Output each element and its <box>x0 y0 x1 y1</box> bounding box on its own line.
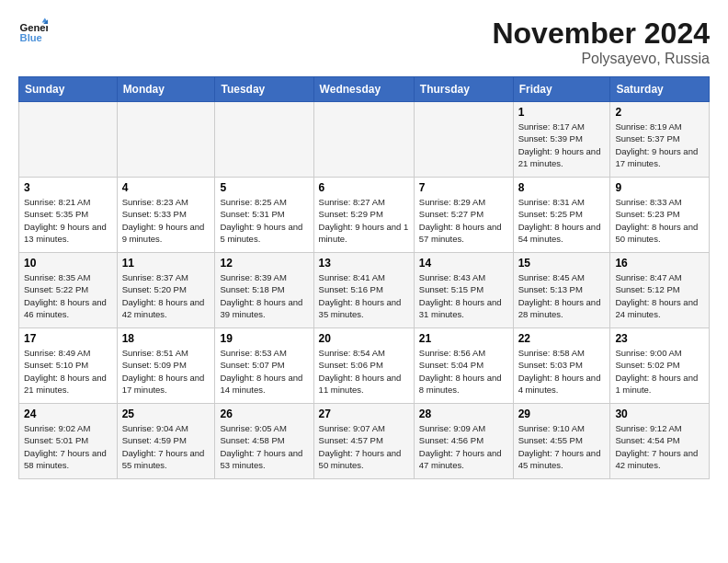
day-number: 4 <box>122 181 210 194</box>
table-row: 7Sunrise: 8:29 AM Sunset: 5:27 PM Daylig… <box>414 178 513 253</box>
day-number: 9 <box>615 181 704 194</box>
header-row: Sunday Monday Tuesday Wednesday Thursday… <box>19 77 710 102</box>
day-number: 23 <box>615 332 704 345</box>
day-number: 10 <box>24 257 112 270</box>
day-info: Sunrise: 8:49 AM Sunset: 5:10 PM Dayligh… <box>24 347 112 396</box>
table-row: 27Sunrise: 9:07 AM Sunset: 4:57 PM Dayli… <box>313 404 414 479</box>
day-info: Sunrise: 9:09 AM Sunset: 4:56 PM Dayligh… <box>419 422 508 471</box>
day-info: Sunrise: 9:05 AM Sunset: 4:58 PM Dayligh… <box>220 422 308 471</box>
day-number: 7 <box>419 181 508 194</box>
table-row: 11Sunrise: 8:37 AM Sunset: 5:20 PM Dayli… <box>117 253 215 328</box>
day-info: Sunrise: 8:43 AM Sunset: 5:15 PM Dayligh… <box>419 271 508 320</box>
table-row: 2Sunrise: 8:19 AM Sunset: 5:37 PM Daylig… <box>610 102 710 178</box>
day-info: Sunrise: 8:51 AM Sunset: 5:09 PM Dayligh… <box>122 347 210 396</box>
day-number: 24 <box>24 408 112 420</box>
table-row: 19Sunrise: 8:53 AM Sunset: 5:07 PM Dayli… <box>215 328 313 404</box>
table-row: 24Sunrise: 9:02 AM Sunset: 5:01 PM Dayli… <box>19 404 118 479</box>
day-info: Sunrise: 8:41 AM Sunset: 5:16 PM Dayligh… <box>319 271 409 320</box>
table-row: 1Sunrise: 8:17 AM Sunset: 5:39 PM Daylig… <box>513 102 610 178</box>
day-number: 12 <box>220 257 308 270</box>
day-number: 28 <box>419 408 508 420</box>
col-sunday: Sunday <box>19 77 118 102</box>
col-thursday: Thursday <box>414 77 513 102</box>
day-number: 17 <box>24 332 112 345</box>
month-title: November 2024 <box>492 17 710 51</box>
day-number: 26 <box>220 408 308 420</box>
day-number: 2 <box>615 106 704 119</box>
day-info: Sunrise: 9:00 AM Sunset: 5:02 PM Dayligh… <box>615 347 704 396</box>
calendar-week-3: 10Sunrise: 8:35 AM Sunset: 5:22 PM Dayli… <box>19 253 710 328</box>
calendar-table: Sunday Monday Tuesday Wednesday Thursday… <box>18 76 710 479</box>
day-number: 27 <box>319 408 409 420</box>
day-info: Sunrise: 8:23 AM Sunset: 5:33 PM Dayligh… <box>122 196 210 245</box>
table-row: 10Sunrise: 8:35 AM Sunset: 5:22 PM Dayli… <box>19 253 118 328</box>
day-info: Sunrise: 8:19 AM Sunset: 5:37 PM Dayligh… <box>615 121 704 169</box>
day-info: Sunrise: 8:21 AM Sunset: 5:35 PM Dayligh… <box>24 196 112 245</box>
day-info: Sunrise: 8:45 AM Sunset: 5:13 PM Dayligh… <box>518 271 606 320</box>
table-row <box>313 102 414 178</box>
calendar-week-4: 17Sunrise: 8:49 AM Sunset: 5:10 PM Dayli… <box>19 328 710 404</box>
svg-text:Blue: Blue <box>20 32 42 43</box>
day-info: Sunrise: 9:12 AM Sunset: 4:54 PM Dayligh… <box>615 422 704 471</box>
table-row: 20Sunrise: 8:54 AM Sunset: 5:06 PM Dayli… <box>313 328 414 404</box>
col-monday: Monday <box>117 77 215 102</box>
day-info: Sunrise: 9:10 AM Sunset: 4:55 PM Dayligh… <box>518 422 606 471</box>
day-number: 25 <box>122 408 210 420</box>
day-info: Sunrise: 8:29 AM Sunset: 5:27 PM Dayligh… <box>419 196 508 245</box>
table-row: 13Sunrise: 8:41 AM Sunset: 5:16 PM Dayli… <box>313 253 414 328</box>
table-row: 30Sunrise: 9:12 AM Sunset: 4:54 PM Dayli… <box>610 404 710 479</box>
day-number: 19 <box>220 332 308 345</box>
day-number: 22 <box>518 332 606 345</box>
day-number: 15 <box>518 257 606 270</box>
day-number: 1 <box>518 106 606 119</box>
col-saturday: Saturday <box>610 77 710 102</box>
day-info: Sunrise: 8:58 AM Sunset: 5:03 PM Dayligh… <box>518 347 606 396</box>
day-number: 6 <box>319 181 409 194</box>
table-row: 22Sunrise: 8:58 AM Sunset: 5:03 PM Dayli… <box>513 328 610 404</box>
day-info: Sunrise: 8:47 AM Sunset: 5:12 PM Dayligh… <box>615 271 704 320</box>
calendar-week-5: 24Sunrise: 9:02 AM Sunset: 5:01 PM Dayli… <box>19 404 710 479</box>
col-friday: Friday <box>513 77 610 102</box>
table-row: 9Sunrise: 8:33 AM Sunset: 5:23 PM Daylig… <box>610 178 710 253</box>
table-row: 5Sunrise: 8:25 AM Sunset: 5:31 PM Daylig… <box>215 178 313 253</box>
table-row: 14Sunrise: 8:43 AM Sunset: 5:15 PM Dayli… <box>414 253 513 328</box>
header: General Blue November 2024 Polysayevo, R… <box>18 17 710 67</box>
day-number: 14 <box>419 257 508 270</box>
table-row: 21Sunrise: 8:56 AM Sunset: 5:04 PM Dayli… <box>414 328 513 404</box>
table-row: 16Sunrise: 8:47 AM Sunset: 5:12 PM Dayli… <box>610 253 710 328</box>
day-number: 30 <box>615 408 704 420</box>
day-info: Sunrise: 8:27 AM Sunset: 5:29 PM Dayligh… <box>319 196 409 245</box>
logo: General Blue <box>18 17 48 46</box>
day-info: Sunrise: 9:07 AM Sunset: 4:57 PM Dayligh… <box>319 422 409 471</box>
day-info: Sunrise: 8:39 AM Sunset: 5:18 PM Dayligh… <box>220 271 308 320</box>
col-wednesday: Wednesday <box>313 77 414 102</box>
day-number: 16 <box>615 257 704 270</box>
table-row: 17Sunrise: 8:49 AM Sunset: 5:10 PM Dayli… <box>19 328 118 404</box>
day-info: Sunrise: 8:25 AM Sunset: 5:31 PM Dayligh… <box>220 196 308 245</box>
day-info: Sunrise: 9:02 AM Sunset: 5:01 PM Dayligh… <box>24 422 112 471</box>
table-row: 25Sunrise: 9:04 AM Sunset: 4:59 PM Dayli… <box>117 404 215 479</box>
day-number: 21 <box>419 332 508 345</box>
day-number: 5 <box>220 181 308 194</box>
col-tuesday: Tuesday <box>215 77 313 102</box>
table-row: 4Sunrise: 8:23 AM Sunset: 5:33 PM Daylig… <box>117 178 215 253</box>
day-info: Sunrise: 9:04 AM Sunset: 4:59 PM Dayligh… <box>122 422 210 471</box>
table-row: 8Sunrise: 8:31 AM Sunset: 5:25 PM Daylig… <box>513 178 610 253</box>
table-row: 28Sunrise: 9:09 AM Sunset: 4:56 PM Dayli… <box>414 404 513 479</box>
day-info: Sunrise: 8:33 AM Sunset: 5:23 PM Dayligh… <box>615 196 704 245</box>
location: Polysayevo, Russia <box>492 51 710 67</box>
day-number: 8 <box>518 181 606 194</box>
logo-icon: General Blue <box>18 17 48 46</box>
table-row: 12Sunrise: 8:39 AM Sunset: 5:18 PM Dayli… <box>215 253 313 328</box>
day-number: 3 <box>24 181 112 194</box>
day-number: 18 <box>122 332 210 345</box>
day-info: Sunrise: 8:17 AM Sunset: 5:39 PM Dayligh… <box>518 121 606 169</box>
day-info: Sunrise: 8:37 AM Sunset: 5:20 PM Dayligh… <box>122 271 210 320</box>
page: General Blue November 2024 Polysayevo, R… <box>0 0 728 488</box>
table-row <box>215 102 313 178</box>
table-row: 3Sunrise: 8:21 AM Sunset: 5:35 PM Daylig… <box>19 178 118 253</box>
table-row: 15Sunrise: 8:45 AM Sunset: 5:13 PM Dayli… <box>513 253 610 328</box>
table-row <box>117 102 215 178</box>
calendar-week-2: 3Sunrise: 8:21 AM Sunset: 5:35 PM Daylig… <box>19 178 710 253</box>
title-area: November 2024 Polysayevo, Russia <box>492 17 710 67</box>
